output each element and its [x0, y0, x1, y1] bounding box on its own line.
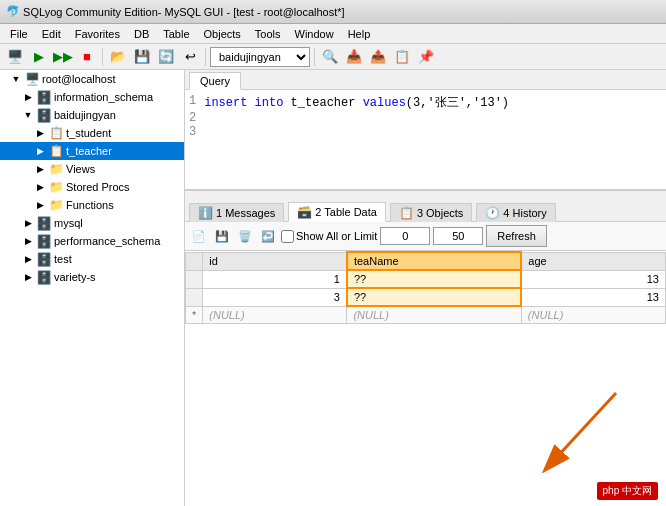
- toggle-info-schema[interactable]: ▶: [20, 89, 36, 105]
- menu-file[interactable]: File: [4, 27, 34, 41]
- toggle-stored-procs[interactable]: ▶: [32, 179, 48, 195]
- menu-tools[interactable]: Tools: [249, 27, 287, 41]
- query-tab-bar: Query: [185, 70, 666, 90]
- sidebar-item-variety-s[interactable]: ▶ 🗄️ variety-s: [0, 268, 184, 286]
- mysql-label: mysql: [54, 217, 83, 229]
- tab-history[interactable]: 🕐 4 History: [476, 203, 555, 222]
- copy-btn[interactable]: 📋: [391, 46, 413, 68]
- query-tab[interactable]: Query: [189, 72, 241, 90]
- tab-history-label: 4 History: [503, 207, 546, 219]
- new-row-age[interactable]: (NULL): [521, 306, 665, 324]
- toggle-root[interactable]: ▼: [8, 71, 24, 87]
- tab-messages-label: 1 Messages: [216, 207, 275, 219]
- save-btn[interactable]: 💾: [131, 46, 153, 68]
- tab-objects[interactable]: 📋 3 Objects: [390, 203, 472, 222]
- db-icon-test: 🗄️: [36, 251, 52, 267]
- execute-btn[interactable]: ▶: [28, 46, 50, 68]
- tabledata-icon: 🗃️: [297, 205, 312, 219]
- col-teaName[interactable]: teaName: [347, 252, 521, 270]
- open-btn[interactable]: 📂: [107, 46, 129, 68]
- server-icon: 🖥️: [24, 71, 40, 87]
- db-open-icon: 🗄️: [36, 107, 52, 123]
- menu-favorites[interactable]: Favorites: [69, 27, 126, 41]
- search-btn[interactable]: 🔍: [319, 46, 341, 68]
- show-all-label: Show All or Limit: [281, 230, 377, 243]
- db-selector[interactable]: baidujingyan: [210, 47, 310, 67]
- row-1-id[interactable]: 1: [203, 270, 347, 288]
- stop-btn[interactable]: ■: [76, 46, 98, 68]
- row-2-id[interactable]: 3: [203, 288, 347, 306]
- views-icon: 📁: [48, 161, 64, 177]
- toggle-functions[interactable]: ▶: [32, 197, 48, 213]
- toggle-t-teacher[interactable]: ▶: [32, 143, 48, 159]
- content-area: Query 1 insert into t_teacher values(3,'…: [185, 70, 666, 506]
- table-add-btn[interactable]: 📄: [189, 226, 209, 246]
- row-1-age[interactable]: 13: [521, 270, 665, 288]
- row-2-age[interactable]: 13: [521, 288, 665, 306]
- menu-help[interactable]: Help: [342, 27, 377, 41]
- sidebar-item-views[interactable]: ▶ 📁 Views: [0, 160, 184, 178]
- start-input[interactable]: [380, 227, 430, 245]
- sidebar-item-functions[interactable]: ▶ 📁 Functions: [0, 196, 184, 214]
- new-row-teaName[interactable]: (NULL): [347, 306, 521, 324]
- app-icon: 🐬: [6, 5, 20, 18]
- col-id[interactable]: id: [203, 252, 347, 270]
- tab-objects-label: 3 Objects: [417, 207, 463, 219]
- sidebar-item-t-student[interactable]: ▶ 📋 t_student: [0, 124, 184, 142]
- code-line-1: insert into t_teacher values(3,'张三','13'…: [204, 94, 509, 111]
- export-btn[interactable]: 📤: [367, 46, 389, 68]
- execute-all-btn[interactable]: ▶▶: [52, 46, 74, 68]
- menu-table[interactable]: Table: [157, 27, 195, 41]
- sidebar-item-stored-procs[interactable]: ▶ 📁 Stored Procs: [0, 178, 184, 196]
- new-connection-btn[interactable]: 🖥️: [4, 46, 26, 68]
- col-age[interactable]: age: [521, 252, 665, 270]
- tab-messages[interactable]: ℹ️ 1 Messages: [189, 203, 284, 222]
- editor-scrollbar[interactable]: [185, 190, 666, 200]
- menu-edit[interactable]: Edit: [36, 27, 67, 41]
- toggle-t-student[interactable]: ▶: [32, 125, 48, 141]
- toggle-baidujingyan[interactable]: ▼: [20, 107, 36, 123]
- menu-objects[interactable]: Objects: [198, 27, 247, 41]
- toggle-mysql[interactable]: ▶: [20, 215, 36, 231]
- refresh-schema-btn[interactable]: 🔄: [155, 46, 177, 68]
- sidebar-item-baidujingyan[interactable]: ▼ 🗄️ baidujingyan: [0, 106, 184, 124]
- limit-input[interactable]: [433, 227, 483, 245]
- undo-btn[interactable]: ↩: [179, 46, 201, 68]
- main-layout: ▼ 🖥️ root@localhost ▶ 🗄️ information_sch…: [0, 70, 666, 506]
- functions-icon: 📁: [48, 197, 64, 213]
- t-teacher-label: t_teacher: [66, 145, 112, 157]
- table-save-btn[interactable]: 💾: [212, 226, 232, 246]
- perf-schema-label: performance_schema: [54, 235, 160, 247]
- table-toolbar: 📄 💾 🗑️ ↩️ Show All or Limit Refresh: [185, 222, 666, 251]
- toggle-perf-schema[interactable]: ▶: [20, 233, 36, 249]
- data-table: id teaName age 1 ?? 13 3 ??: [185, 251, 666, 324]
- refresh-button[interactable]: Refresh: [486, 225, 547, 247]
- sidebar-item-mysql[interactable]: ▶ 🗄️ mysql: [0, 214, 184, 232]
- table-row: 1 ?? 13: [186, 270, 666, 288]
- baidujingyan-label: baidujingyan: [54, 109, 116, 121]
- history-icon: 🕐: [485, 206, 500, 220]
- sidebar-item-information-schema[interactable]: ▶ 🗄️ information_schema: [0, 88, 184, 106]
- menu-window[interactable]: Window: [289, 27, 340, 41]
- toggle-test[interactable]: ▶: [20, 251, 36, 267]
- variety-s-label: variety-s: [54, 271, 96, 283]
- sidebar-item-test[interactable]: ▶ 🗄️ test: [0, 250, 184, 268]
- paste-btn[interactable]: 📌: [415, 46, 437, 68]
- messages-icon: ℹ️: [198, 206, 213, 220]
- menu-db[interactable]: DB: [128, 27, 155, 41]
- row-2-teaName[interactable]: ??: [347, 288, 521, 306]
- toggle-variety-s[interactable]: ▶: [20, 269, 36, 285]
- table-delete-btn[interactable]: 🗑️: [235, 226, 255, 246]
- import-btn[interactable]: 📥: [343, 46, 365, 68]
- query-editor[interactable]: 1 insert into t_teacher values(3,'张三','1…: [185, 90, 666, 190]
- sidebar-item-performance-schema[interactable]: ▶ 🗄️ performance_schema: [0, 232, 184, 250]
- table-refresh-btn2[interactable]: ↩️: [258, 226, 278, 246]
- php-badge-text: php 中文网: [603, 485, 652, 496]
- tab-tabledata[interactable]: 🗃️ 2 Table Data: [288, 202, 386, 222]
- new-row-id[interactable]: (NULL): [203, 306, 347, 324]
- show-all-checkbox[interactable]: [281, 230, 294, 243]
- sidebar-item-t-teacher[interactable]: ▶ 📋 t_teacher: [0, 142, 184, 160]
- sidebar-item-root[interactable]: ▼ 🖥️ root@localhost: [0, 70, 184, 88]
- row-1-teaName[interactable]: ??: [347, 270, 521, 288]
- toggle-views[interactable]: ▶: [32, 161, 48, 177]
